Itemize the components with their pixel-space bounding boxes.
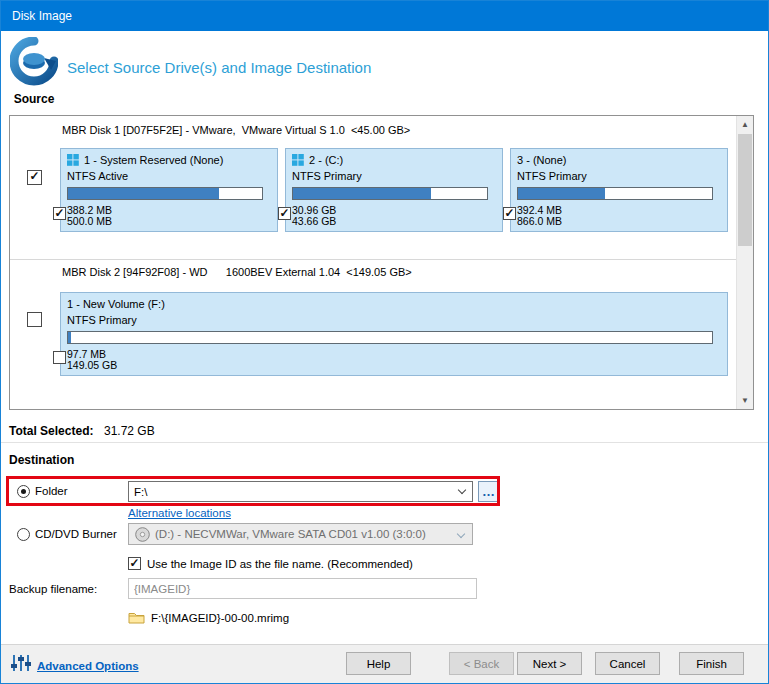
scroll-down-icon[interactable]: ▼ <box>737 392 753 409</box>
usage-bar <box>292 187 488 200</box>
page-title: Select Source Drive(s) and Image Destina… <box>67 59 371 76</box>
folder-radio[interactable] <box>17 485 30 498</box>
advanced-options-icon <box>11 654 31 672</box>
partition-card[interactable]: 2 - (C:) NTFS Primary 30.96 GB 43.66 GB <box>285 148 503 232</box>
partition-card[interactable]: 1 - New Volume (F:) NTFS Primary 97.7 MB… <box>60 292 728 376</box>
partition-name: 1 - System Reserved (None) <box>84 154 223 166</box>
cd-disc-icon <box>135 527 150 542</box>
cd-dvd-radio-label: CD/DVD Burner <box>35 528 117 540</box>
partition-checkbox[interactable] <box>503 207 516 220</box>
partition-size: 866.0 MB <box>517 215 562 227</box>
backup-filename-input[interactable] <box>128 578 477 599</box>
use-image-id-label: Use the Image ID as the file name. (Reco… <box>147 558 413 570</box>
source-section-label: Source <box>3 92 65 106</box>
backup-filename-label: Backup filename: <box>9 583 97 595</box>
windows-flag-icon <box>292 154 304 166</box>
partition-size: 43.66 GB <box>292 215 336 227</box>
cd-dvd-radio[interactable] <box>17 528 30 541</box>
partition-filesystem: NTFS Primary <box>67 314 137 326</box>
help-button[interactable]: Help <box>346 652 411 675</box>
folder-path-combo <box>128 481 473 502</box>
usage-bar-fill <box>68 332 71 343</box>
usage-bar <box>67 187 263 200</box>
browse-folder-button[interactable]: … <box>478 481 499 502</box>
title-bar: Disk Image <box>1 1 768 31</box>
disk-divider <box>10 259 736 260</box>
browse-icon: … <box>482 484 495 499</box>
disk1-checkbox[interactable] <box>27 170 42 185</box>
scroll-up-icon[interactable]: ▲ <box>737 116 753 133</box>
use-image-id-checkbox[interactable] <box>128 557 141 570</box>
cd-burner-combo: (D:) - NECVMWar, VMware SATA CD01 v1.00 … <box>128 523 473 545</box>
alternative-locations-link[interactable]: Alternative locations <box>128 507 231 519</box>
advanced-options-link[interactable]: Advanced Options <box>37 660 139 672</box>
next-button[interactable]: Next > <box>517 652 582 675</box>
partition-filesystem: NTFS Primary <box>292 170 362 182</box>
partition-name: 1 - New Volume (F:) <box>67 298 165 310</box>
disk2-header: MBR Disk 2 [94F92F08] - WD 1600BEV Exter… <box>62 266 412 278</box>
partition-checkbox[interactable] <box>278 207 291 220</box>
partition-checkbox[interactable] <box>53 207 66 220</box>
cancel-button[interactable]: Cancel <box>595 652 660 675</box>
scrollbar-thumb[interactable] <box>738 134 752 246</box>
source-disk-list: MBR Disk 1 [D07F5F2E] - VMware, VMware V… <box>9 115 754 410</box>
disk2-checkbox[interactable] <box>27 312 42 327</box>
cd-burner-value: (D:) - NECVMWar, VMware SATA CD01 v1.00 … <box>155 528 426 540</box>
scrollbar[interactable]: ▲ ▼ <box>736 116 753 409</box>
partition-card[interactable]: 3 - (None) NTFS Primary 392.4 MB 866.0 M… <box>510 148 728 232</box>
usage-bar-fill <box>68 188 219 199</box>
total-selected-label: Total Selected: <box>9 424 93 438</box>
folder-icon <box>128 610 145 624</box>
usage-bar <box>517 187 713 200</box>
usage-bar-fill <box>518 188 605 199</box>
disk1-header: MBR Disk 1 [D07F5F2E] - VMware, VMware V… <box>62 124 410 136</box>
usage-bar-fill <box>293 188 431 199</box>
folder-path-input[interactable] <box>128 481 473 502</box>
total-selected-value: 31.72 GB <box>104 424 155 438</box>
finish-button[interactable]: Finish <box>679 652 744 675</box>
usage-bar <box>67 331 713 344</box>
partition-filesystem: NTFS Primary <box>517 170 587 182</box>
source-disk-icon <box>10 37 58 89</box>
partition-card[interactable]: 1 - System Reserved (None) NTFS Active 3… <box>60 148 278 232</box>
disk-image-dialog: Disk Image Source Select Source Drive(s)… <box>0 0 769 684</box>
partition-checkbox[interactable] <box>53 351 66 364</box>
chevron-down-icon <box>457 530 465 538</box>
partition-filesystem: NTFS Active <box>67 170 128 182</box>
window-title: Disk Image <box>12 9 72 23</box>
destination-section-label: Destination <box>9 453 74 467</box>
backup-path-preview: F:\{IMAGEID}-00-00.mrimg <box>151 612 289 624</box>
partition-name: 3 - (None) <box>517 154 567 166</box>
partition-name: 2 - (C:) <box>309 154 343 166</box>
partition-size: 500.0 MB <box>67 215 112 227</box>
windows-flag-icon <box>67 154 79 166</box>
back-button[interactable]: < Back <box>449 652 514 675</box>
section-separator <box>1 442 768 443</box>
folder-radio-label: Folder <box>35 485 68 497</box>
partition-size: 149.05 GB <box>67 359 117 371</box>
